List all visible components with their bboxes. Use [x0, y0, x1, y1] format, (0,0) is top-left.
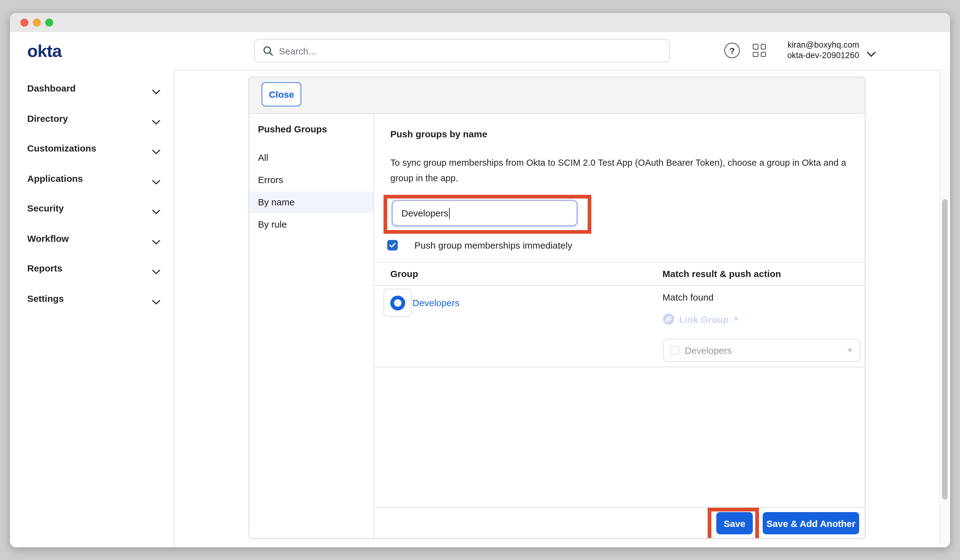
user-menu[interactable]: kiran@boxyhq.com okta-dev-20901260 [787, 40, 859, 61]
okta-logo: okta [27, 32, 62, 70]
screenshot-stage: okta Search... ? kiran@boxyhq.com okta-d… [0, 0, 960, 560]
apps-grid-icon[interactable] [753, 44, 766, 58]
column-header-group: Group [390, 269, 418, 279]
footer-divider [375, 507, 865, 508]
chevron-down-icon [152, 176, 160, 187]
group-name-input[interactable]: Developers [392, 200, 578, 226]
search-icon [263, 45, 274, 56]
app-group-select[interactable]: Developers [663, 339, 861, 362]
push-immediately-label: Push group memberships immediately [414, 240, 572, 250]
caret-down-icon [847, 349, 852, 352]
link-icon [663, 314, 674, 325]
panel-header: Close [249, 77, 865, 114]
text-cursor [449, 208, 450, 219]
sidebar-item-dashboard[interactable]: Dashboard [10, 82, 174, 95]
traffic-light-minimize-button[interactable] [33, 19, 41, 27]
sidebar-item-security[interactable]: Security [10, 202, 174, 215]
sidebar-item-workflow[interactable]: Workflow [10, 232, 174, 245]
help-icon[interactable]: ? [724, 43, 740, 58]
save-add-another-button[interactable]: Save & Add Another [763, 512, 859, 534]
chevron-down-icon [152, 296, 160, 307]
search-placeholder: Search... [279, 45, 316, 56]
sidebar-item-customizations[interactable]: Customizations [10, 142, 174, 155]
window-titlebar [10, 13, 950, 33]
page-title: Push groups by name [390, 129, 487, 139]
vertical-scrollbar-track[interactable] [939, 70, 950, 547]
user-menu-chevron-down-icon[interactable] [867, 49, 876, 60]
app-group-selected-value: Developers [685, 345, 847, 355]
traffic-light-close-button[interactable] [21, 19, 29, 27]
chevron-down-icon [152, 146, 160, 157]
close-button[interactable]: Close [262, 82, 301, 106]
sidebar: Dashboard Directory Customizations Appli… [10, 70, 174, 547]
pushed-groups-nav: Pushed Groups All Errors By name By rule [249, 114, 374, 538]
group-icon [390, 295, 405, 310]
search-input[interactable]: Search... [254, 39, 670, 62]
chevron-down-icon [152, 86, 160, 97]
user-email: kiran@boxyhq.com [787, 40, 859, 50]
nav-item-by-name[interactable]: By name [249, 191, 374, 213]
sidebar-item-applications[interactable]: Applications [10, 172, 174, 186]
section-divider [375, 262, 865, 263]
app-group-icon-placeholder [670, 346, 679, 355]
app-window: okta Search... ? kiran@boxyhq.com okta-d… [10, 13, 950, 547]
sidebar-item-directory[interactable]: Directory [10, 112, 174, 126]
app-header: okta Search... ? kiran@boxyhq.com okta-d… [10, 32, 950, 70]
chevron-down-icon [152, 236, 160, 247]
save-button[interactable]: Save [716, 512, 753, 534]
link-group-label: Link Group [679, 314, 729, 324]
push-groups-panel: Close Pushed Groups All Errors By name B… [249, 77, 866, 539]
link-group-dropdown-button[interactable]: Link Group [663, 314, 739, 325]
column-header-match: Match result & push action [662, 269, 781, 279]
traffic-light-zoom-button[interactable] [45, 19, 53, 27]
table-header-divider [375, 285, 865, 286]
group-name-input-value: Developers [402, 208, 448, 218]
chevron-down-icon [152, 116, 160, 127]
chevron-down-icon [152, 266, 160, 277]
push-immediately-checkbox[interactable] [387, 240, 398, 250]
vertical-scrollbar-thumb[interactable] [942, 199, 948, 500]
nav-item-all[interactable]: All [249, 147, 374, 169]
nav-item-errors[interactable]: Errors [249, 169, 374, 191]
chevron-down-icon [152, 206, 160, 217]
push-immediately-row: Push group memberships immediately [387, 240, 572, 250]
org-id: okta-dev-20901260 [787, 50, 859, 61]
description-text: To sync group memberships from Okta to S… [390, 155, 854, 186]
push-by-name-content: Push groups by name To sync group member… [375, 114, 865, 538]
pushed-groups-title: Pushed Groups [258, 124, 327, 134]
row-divider [375, 367, 865, 367]
group-name-link[interactable]: Developers [413, 298, 459, 308]
match-status: Match found [662, 292, 714, 302]
sidebar-item-settings[interactable]: Settings [10, 292, 174, 306]
group-icon-box [384, 289, 412, 317]
sidebar-item-reports[interactable]: Reports [10, 262, 174, 275]
caret-down-icon [734, 317, 739, 321]
nav-item-by-rule[interactable]: By rule [249, 213, 374, 236]
